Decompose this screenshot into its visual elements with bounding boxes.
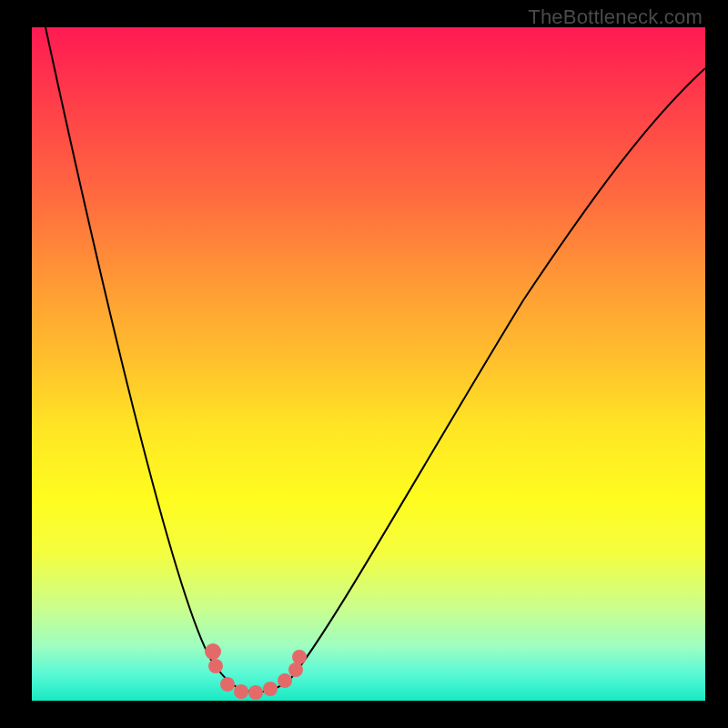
curve-layer — [32, 27, 705, 701]
curve-marker — [288, 662, 303, 677]
curve-marker — [278, 673, 292, 688]
curve-markers — [205, 643, 307, 700]
curve-marker — [234, 684, 248, 699]
curve-marker — [248, 685, 263, 700]
bottleneck-curve — [46, 27, 705, 692]
plot-area — [32, 27, 705, 701]
curve-marker — [292, 650, 307, 664]
curve-marker — [263, 682, 278, 696]
curve-marker — [205, 643, 221, 660]
curve-marker — [208, 659, 223, 673]
watermark-text: TheBottleneck.com — [528, 5, 703, 29]
curve-marker — [220, 677, 235, 692]
chart-frame: TheBottleneck.com — [0, 0, 728, 728]
